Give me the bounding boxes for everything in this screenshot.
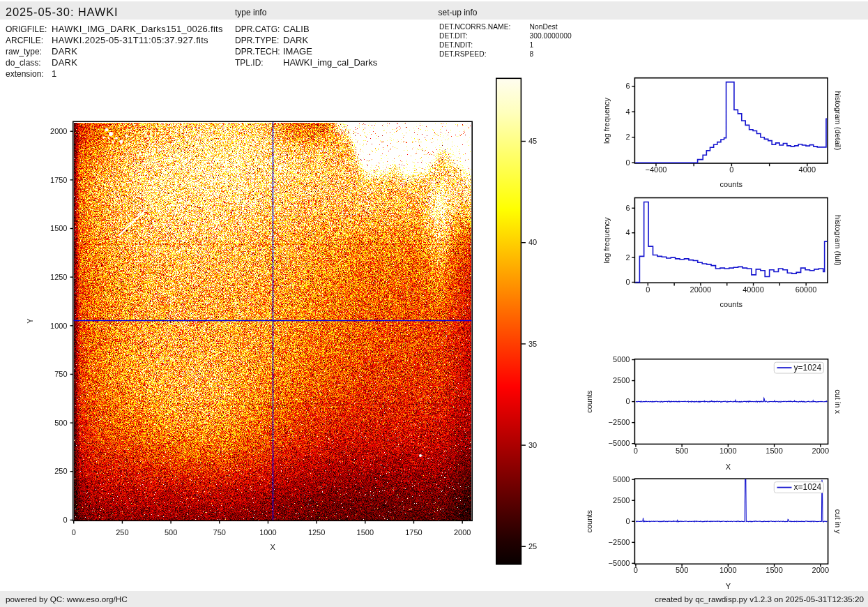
svg-text:0: 0 (625, 278, 630, 286)
svg-text:X: X (726, 463, 731, 471)
svg-text:DPR.CATG:: DPR.CATG: (235, 24, 280, 34)
svg-text:500: 500 (165, 528, 177, 537)
svg-text:type info: type info (235, 8, 267, 17)
svg-text:1750: 1750 (405, 528, 422, 537)
svg-text:2000: 2000 (50, 127, 67, 135)
svg-text:0: 0 (63, 516, 67, 524)
svg-text:6: 6 (625, 204, 630, 212)
svg-text:6: 6 (625, 82, 630, 90)
svg-text:DPR.TYPE:: DPR.TYPE: (235, 36, 279, 45)
svg-text:DARK: DARK (52, 57, 77, 68)
svg-text:25: 25 (528, 542, 537, 550)
svg-text:35: 35 (528, 340, 537, 348)
svg-text:1: 1 (52, 68, 57, 79)
svg-text:counts: counts (720, 180, 743, 188)
svg-text:250: 250 (54, 467, 67, 475)
svg-text:DET.RSPEED:: DET.RSPEED: (439, 50, 487, 58)
svg-text:DET.NDIT:: DET.NDIT: (439, 41, 473, 49)
svg-text:−2500: −2500 (609, 538, 630, 546)
svg-text:created by qc_rawdisp.py v1.2.: created by qc_rawdisp.py v1.2.3 on 2025-… (655, 594, 864, 604)
svg-text:histogram (full): histogram (full) (834, 215, 842, 266)
svg-text:40: 40 (528, 238, 537, 246)
svg-text:Y: Y (726, 582, 731, 590)
svg-text:1500: 1500 (357, 528, 374, 537)
svg-text:−5000: −5000 (609, 439, 630, 447)
svg-text:−4000: −4000 (645, 165, 667, 174)
svg-text:0: 0 (625, 397, 630, 405)
svg-text:2000: 2000 (812, 566, 829, 574)
svg-text:TPL.ID:: TPL.ID: (235, 58, 264, 68)
svg-text:HAWKI_IMG_DARK_Darks151_0026.f: HAWKI_IMG_DARK_Darks151_0026.fits (52, 24, 223, 34)
svg-text:0: 0 (634, 566, 638, 574)
svg-text:histogram (detail): histogram (detail) (834, 91, 842, 150)
svg-text:1000: 1000 (259, 528, 276, 537)
svg-text:counts: counts (586, 390, 594, 413)
svg-text:2025-05-30: HAWKI: 2025-05-30: HAWKI (6, 6, 119, 18)
svg-text:2: 2 (625, 253, 630, 262)
svg-text:DET.DIT:: DET.DIT: (439, 32, 468, 40)
svg-text:y=1024: y=1024 (794, 363, 822, 373)
svg-text:0: 0 (625, 158, 630, 167)
svg-text:x=1024: x=1024 (794, 482, 822, 492)
svg-text:ORIGFILE:: ORIGFILE: (6, 24, 47, 34)
svg-text:NonDest: NonDest (530, 23, 558, 31)
svg-text:4: 4 (625, 228, 630, 237)
svg-text:DET.NCORRS.NAME:: DET.NCORRS.NAME: (439, 23, 510, 31)
svg-text:0: 0 (646, 285, 650, 294)
svg-text:0: 0 (625, 517, 630, 525)
svg-text:Y: Y (26, 318, 35, 324)
svg-text:5000: 5000 (613, 355, 630, 364)
svg-text:45: 45 (528, 137, 537, 145)
svg-text:HAWKI.2025-05-31T11:05:37.927.: HAWKI.2025-05-31T11:05:37.927.fits (52, 35, 208, 45)
svg-text:1: 1 (530, 41, 534, 49)
svg-text:1250: 1250 (308, 528, 325, 537)
svg-text:HAWKI_img_cal_Darks: HAWKI_img_cal_Darks (283, 57, 378, 68)
svg-text:do_class:: do_class: (6, 58, 41, 68)
svg-text:500: 500 (676, 566, 688, 574)
svg-text:250: 250 (116, 528, 128, 537)
svg-text:8: 8 (530, 50, 534, 58)
svg-text:4: 4 (625, 107, 630, 116)
svg-text:cut in x: cut in x (834, 389, 842, 414)
svg-text:cut in y: cut in y (834, 509, 842, 534)
svg-text:2500: 2500 (613, 376, 630, 384)
svg-text:500: 500 (54, 419, 67, 427)
svg-text:1000: 1000 (719, 447, 736, 455)
svg-text:DARK: DARK (283, 35, 308, 45)
svg-text:4000: 4000 (799, 165, 816, 174)
svg-text:2: 2 (625, 133, 630, 141)
svg-text:2000: 2000 (812, 447, 829, 455)
svg-text:set-up info: set-up info (439, 8, 478, 17)
svg-text:1500: 1500 (50, 224, 67, 232)
svg-text:5000: 5000 (613, 475, 630, 484)
svg-text:750: 750 (54, 370, 67, 378)
svg-text:CALIB: CALIB (283, 24, 310, 34)
svg-text:extension:: extension: (6, 69, 44, 79)
svg-text:1000: 1000 (719, 566, 736, 574)
svg-text:counts: counts (586, 510, 594, 533)
svg-text:counts: counts (720, 300, 743, 308)
svg-text:0: 0 (634, 447, 638, 455)
svg-text:1000: 1000 (50, 322, 67, 330)
svg-text:20000: 20000 (690, 285, 712, 294)
svg-text:ARCFILE:: ARCFILE: (6, 36, 43, 45)
svg-text:1750: 1750 (50, 176, 67, 184)
svg-text:60000: 60000 (795, 285, 817, 294)
svg-text:30: 30 (528, 441, 537, 449)
svg-text:DARK: DARK (52, 46, 77, 57)
svg-text:powered by QC: www.eso.org/HC: powered by QC: www.eso.org/HC (6, 594, 128, 604)
svg-text:750: 750 (213, 528, 226, 537)
svg-text:300.0000000: 300.0000000 (530, 32, 572, 40)
svg-text:raw_type:: raw_type: (6, 47, 42, 57)
svg-text:X: X (270, 543, 275, 551)
svg-text:500: 500 (676, 447, 688, 455)
svg-text:DPR.TECH:: DPR.TECH: (235, 47, 280, 57)
svg-text:2000: 2000 (454, 528, 471, 537)
svg-text:2500: 2500 (613, 496, 630, 504)
svg-text:1500: 1500 (766, 447, 782, 455)
svg-text:−5000: −5000 (609, 559, 630, 567)
svg-text:IMAGE: IMAGE (283, 46, 312, 57)
svg-text:−2500: −2500 (609, 418, 630, 426)
svg-text:0: 0 (729, 165, 733, 174)
svg-text:log frequency: log frequency (603, 97, 611, 144)
